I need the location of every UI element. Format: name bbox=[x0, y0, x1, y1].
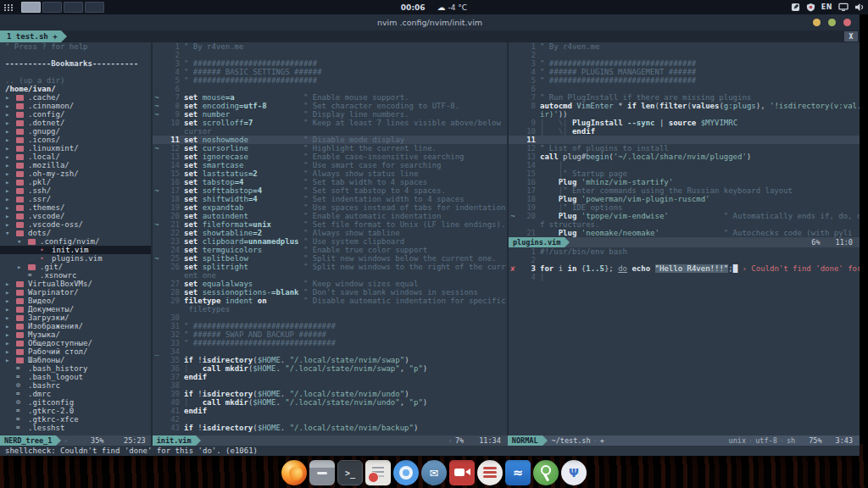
tree-file-row[interactable]: ≡.lesshst bbox=[0, 424, 151, 432]
chevron-closed-icon[interactable]: ▸ bbox=[5, 203, 16, 212]
chevron-closed-icon[interactable]: ▸ bbox=[5, 280, 16, 288]
tree-folder-row[interactable]: ▸Рабочий стол/ bbox=[0, 347, 151, 356]
chevron-closed-icon[interactable]: ▸ bbox=[5, 195, 16, 203]
tree-folder-row[interactable]: ▸Документы/ bbox=[0, 305, 151, 313]
editor-line[interactable]: 13set ignorecase " Enable case-insensiti… bbox=[153, 152, 507, 161]
files-icon[interactable] bbox=[309, 460, 335, 485]
editor-line[interactable]: ir)')) bbox=[509, 110, 860, 119]
tree-file-row[interactable]: /home/ivan/ bbox=[0, 85, 151, 93]
tab-test-sh[interactable]: 1 test.sh + bbox=[0, 30, 61, 42]
chevron-closed-icon[interactable]: ▸ bbox=[5, 119, 16, 127]
editor-line[interactable]: 19set expandtab " Use spaces instead of … bbox=[153, 203, 507, 212]
monitor-icon[interactable]: ≈ bbox=[505, 460, 531, 485]
tree-folder-row[interactable]: ▸.gnupg/ bbox=[0, 127, 151, 136]
tree-folder-row[interactable]: ▸.local/ bbox=[0, 152, 151, 161]
mail-icon[interactable]: ✉ bbox=[421, 460, 447, 485]
tree-folder-row[interactable]: ▸.cache/ bbox=[0, 93, 151, 102]
chevron-closed-icon[interactable]: ▸ bbox=[5, 169, 16, 178]
tabline-close-icon[interactable]: X bbox=[844, 31, 858, 42]
editor-line[interactable]: 14 │ bbox=[509, 161, 860, 169]
editor-line[interactable]: 19 │" IDE options bbox=[509, 203, 860, 212]
tree-file-row[interactable]: ----------Bookmarks---------- bbox=[0, 59, 151, 68]
chevron-closed-icon[interactable]: ▸ bbox=[5, 144, 16, 152]
chevron-closed-icon[interactable]: ▸ bbox=[5, 288, 16, 297]
editor-line[interactable]: 16set tabstop=4 " Set tab width to 4 spa… bbox=[153, 178, 507, 186]
editor-line[interactable]: _34 bbox=[153, 347, 507, 356]
tree-file-row[interactable]: ≡.gtkrc-2.0 bbox=[0, 407, 151, 415]
tree-file-row[interactable]: ⚙.gitconfig bbox=[0, 398, 151, 407]
volume-icon[interactable] bbox=[854, 3, 865, 12]
editor-line[interactable]: 18 Plug 'powerman/vim-plugin-ruscmd' bbox=[509, 195, 860, 203]
editor-line[interactable]: 2 bbox=[509, 256, 860, 264]
tree-folder-row[interactable]: ▸Шаблоны/ bbox=[0, 356, 151, 364]
tree-folder-row[interactable]: ▸.vscode-oss/ bbox=[0, 220, 151, 229]
tree-file-row[interactable]: .. (up a dir) bbox=[0, 76, 151, 85]
editor-line[interactable]: 3" ################################ bbox=[509, 59, 860, 68]
editor-line[interactable]: 30 bbox=[153, 313, 507, 322]
editor-line[interactable]: 1" By r4ven.me bbox=[509, 42, 860, 51]
tree-folder-row[interactable]: ▸.ssr/ bbox=[0, 195, 151, 203]
nerdtree-pane[interactable]: " Press ? for help----------Bookmarks---… bbox=[0, 42, 153, 435]
editor-line[interactable]: 27set equalalways " Keep window sizes eq… bbox=[153, 280, 507, 288]
tree-folder-row[interactable]: ▸Загрузки/ bbox=[0, 313, 151, 322]
chromium-icon[interactable] bbox=[393, 460, 419, 485]
editor-line[interactable]: 29filetype indent on " Disable automatic… bbox=[153, 297, 507, 305]
chevron-closed-icon[interactable]: ▸ bbox=[5, 313, 16, 322]
chevron-closed-icon[interactable]: ▸ bbox=[5, 305, 16, 313]
tree-folder-row[interactable]: ▸.icons/ bbox=[0, 136, 151, 144]
clock[interactable]: 00:06 bbox=[401, 3, 426, 12]
firefox-icon[interactable] bbox=[281, 460, 307, 485]
editor-line[interactable]: 14set smartcase " Use smart case for sea… bbox=[153, 161, 507, 169]
editor-line[interactable]: 33" ############################### bbox=[153, 339, 507, 347]
editor-line[interactable]: 2 bbox=[509, 51, 860, 59]
editor-line[interactable]: 15 │" Startup page bbox=[509, 169, 860, 178]
tree-folder-row[interactable]: ▸.ssh/ bbox=[0, 186, 151, 195]
tree-file-row[interactable]: ≡.bash_history bbox=[0, 364, 151, 373]
tree-file-row[interactable]: ≡.dmrc bbox=[0, 390, 151, 398]
tree-folder-row[interactable]: ▸.vscode/ bbox=[0, 212, 151, 220]
stripes-icon[interactable] bbox=[477, 460, 503, 485]
editor-line[interactable]: 39if !isdirectory($HOME. "/.local/state/… bbox=[153, 390, 507, 398]
editor-line[interactable]: filetypes bbox=[153, 305, 507, 313]
init-vim-pane[interactable]: 1" By r4ven.me 2 3" ####################… bbox=[153, 42, 509, 435]
editor-line[interactable]: ✘3for i in {1..5}; do echo "Hello R4ven!… bbox=[509, 264, 860, 273]
chevron-closed-icon[interactable]: ▸ bbox=[5, 136, 16, 144]
editor-line[interactable]: 17 │" Enter commands using the Russian k… bbox=[509, 186, 860, 195]
shield-icon[interactable] bbox=[806, 3, 815, 12]
editor-line[interactable]: f structures. bbox=[509, 220, 860, 229]
display-icon[interactable] bbox=[838, 3, 849, 12]
chevron-closed-icon[interactable]: ▸ bbox=[5, 161, 16, 169]
editor-line[interactable]: 38 bbox=[153, 381, 507, 390]
recorder-icon[interactable] bbox=[449, 460, 475, 485]
chevron-closed-icon[interactable]: ▸ bbox=[5, 356, 16, 364]
editor-line[interactable]: 5" ########################### bbox=[153, 76, 507, 85]
minimize-button[interactable] bbox=[813, 19, 821, 26]
editor-line[interactable]: 5" ################################ bbox=[509, 76, 860, 85]
tree-folder-row[interactable]: ▸Видео/ bbox=[0, 297, 151, 305]
chevron-closed-icon[interactable]: ▸ bbox=[5, 220, 16, 229]
editor-line[interactable]: 21 Plug 'neomake/neomake' " Autochecks c… bbox=[509, 229, 860, 237]
editor-line[interactable]: 23set clipboard=unnamedplus " Use system… bbox=[153, 237, 507, 246]
editor-line[interactable]: 43if !isdirectory($HOME. "/.local/state/… bbox=[153, 424, 507, 432]
tree-folder-row[interactable]: ▸Музыка/ bbox=[0, 330, 151, 339]
tree-folder-row[interactable]: ▸.dotnet/ bbox=[0, 119, 151, 127]
tree-folder-row[interactable]: ▾dots/ bbox=[0, 229, 151, 237]
editor-line[interactable]: 7" Run PlugInstall if there are missing … bbox=[509, 93, 860, 102]
editor-line[interactable]: 16 Plug 'mhinz/vim-startify' bbox=[509, 178, 860, 186]
tree-folder-row[interactable]: ▸.themes/ bbox=[0, 203, 151, 212]
tree-folder-row[interactable]: ▸.git/ bbox=[0, 263, 151, 271]
editor-line[interactable]: 18set shiftwidth=4 " Set indentation wid… bbox=[153, 195, 507, 203]
tree-folder-row[interactable]: ▸Изображения/ bbox=[0, 322, 151, 330]
editor-line[interactable]: 15set laststatus=2 " Always show status … bbox=[153, 169, 507, 178]
editor-line[interactable]: 20set autoindent " Enable automatic inde… bbox=[153, 212, 507, 220]
editor-line[interactable]: 1" By r4ven.me bbox=[153, 42, 507, 51]
plugins-vim-pane[interactable]: 1" By r4ven.me 2 3" ####################… bbox=[509, 42, 860, 237]
blueapp-icon[interactable]: Ψ bbox=[561, 460, 587, 485]
tree-folder-row[interactable]: ▸.oh-my-zsh/ bbox=[0, 169, 151, 178]
editor-line[interactable]: 13call plug#begin('~/.local/share/nvim/p… bbox=[509, 152, 860, 161]
chevron-closed-icon[interactable]: ▸ bbox=[5, 127, 16, 136]
chevron-closed-icon[interactable]: ▸ bbox=[5, 110, 16, 119]
tree-folder-row[interactable]: ▸.mozilla/ bbox=[0, 161, 151, 169]
editor-line[interactable]: 3" ########################### bbox=[153, 59, 507, 68]
maximize-button[interactable] bbox=[828, 19, 836, 26]
